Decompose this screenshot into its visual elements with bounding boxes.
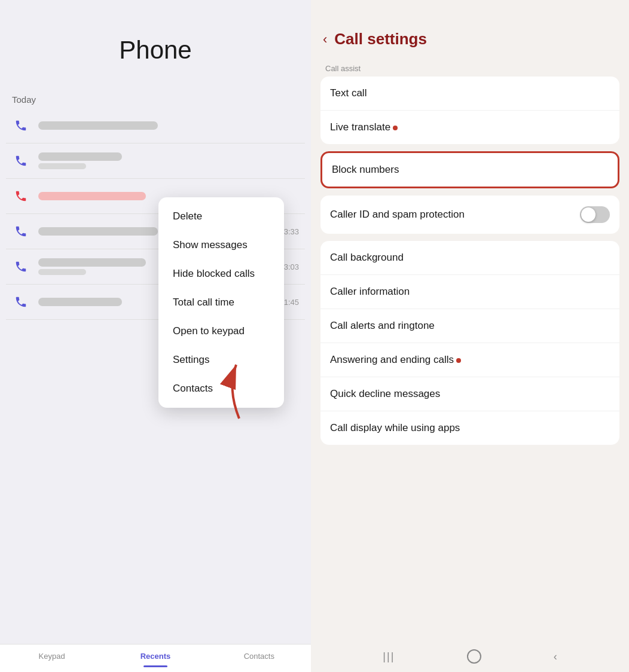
caller-name-blur [38, 121, 158, 130]
keypad-label: Keypad [39, 652, 65, 661]
incoming-call-icon4 [12, 293, 30, 311]
caller-name-blur [38, 152, 122, 161]
context-menu: Delete Show messages Hide blocked calls … [158, 197, 284, 408]
context-open-keypad[interactable]: Open to keypad [158, 317, 284, 346]
caller-sub-blur [38, 163, 86, 169]
caller-id-card: Caller ID and spam protection [320, 196, 619, 234]
page-title: Call settings [334, 30, 427, 48]
bottom-nav: Keypad Recents Contacts [0, 644, 311, 672]
live-translate-label: Live translate [330, 121, 610, 133]
call-item[interactable] [6, 108, 305, 143]
context-delete[interactable]: Delete [158, 202, 284, 231]
caller-id-item[interactable]: Caller ID and spam protection [320, 196, 619, 234]
quick-decline-label: Quick decline messages [330, 388, 610, 400]
caller-sub-blur [38, 269, 86, 275]
recents-label: Recents [141, 652, 171, 661]
nav-keypad[interactable]: Keypad [0, 652, 103, 667]
call-display-label: Call display while using apps [330, 422, 610, 434]
nav-back-icon[interactable]: ‹ [554, 650, 557, 663]
right-panel: ‹ Call settings Call assist Text call Li… [311, 0, 629, 672]
caller-name-blur [38, 258, 146, 267]
quick-decline-item[interactable]: Quick decline messages [320, 377, 619, 411]
caller-name-blur [38, 227, 158, 236]
caller-name-blur [38, 298, 122, 306]
call-info [38, 152, 299, 169]
settings-scroll: Call assist Text call Live translate Blo… [311, 58, 629, 641]
today-label: Today [0, 88, 311, 108]
system-nav: ||| ‹ [311, 641, 629, 672]
nav-lines-icon[interactable]: ||| [383, 650, 395, 663]
incoming-call-icon2 [12, 222, 30, 240]
call-info [38, 121, 299, 130]
context-show-messages[interactable]: Show messages [158, 231, 284, 259]
text-call-label: Text call [330, 87, 610, 99]
missed-call-icon [12, 187, 30, 205]
left-panel: Phone Today [0, 0, 311, 672]
answering-badge [456, 358, 461, 363]
context-total-call-time[interactable]: Total call time [158, 288, 284, 317]
block-numbers-item[interactable]: Block numbers [322, 153, 618, 187]
text-call-item[interactable]: Text call [320, 77, 619, 111]
nav-recents[interactable]: Recents [103, 652, 207, 667]
answering-ending-item[interactable]: Answering and ending calls [320, 343, 619, 377]
call-background-item[interactable]: Call background [320, 241, 619, 275]
context-hide-blocked[interactable]: Hide blocked calls [158, 259, 284, 288]
context-settings[interactable]: Settings [158, 346, 284, 374]
call-assist-card: Text call Live translate [320, 77, 619, 144]
block-numbers-card[interactable]: Block numbers [320, 151, 619, 188]
caller-id-label: Caller ID and spam protection [330, 209, 580, 221]
section-label-call-assist: Call assist [320, 58, 619, 77]
phone-title: Phone [0, 0, 311, 88]
caller-information-item[interactable]: Caller information [320, 275, 619, 309]
contacts-label: Contacts [244, 652, 274, 661]
outgoing-call-icon [12, 117, 30, 135]
block-numbers-label: Block numbers [332, 164, 608, 176]
right-header: ‹ Call settings [311, 0, 629, 58]
caller-name-blur [38, 192, 146, 200]
caller-information-label: Caller information [330, 286, 610, 298]
nav-contacts[interactable]: Contacts [207, 652, 311, 667]
live-translate-item[interactable]: Live translate [320, 111, 619, 144]
caller-id-toggle[interactable] [580, 206, 610, 223]
live-translate-badge [393, 126, 398, 130]
incoming-call-icon [12, 152, 30, 170]
call-alerts-label: Call alerts and ringtone [330, 320, 610, 332]
call-alerts-item[interactable]: Call alerts and ringtone [320, 309, 619, 343]
call-background-label: Call background [330, 252, 610, 264]
back-button[interactable]: ‹ [323, 32, 327, 47]
other-settings-card: Call background Caller information Call … [320, 241, 619, 445]
context-contacts[interactable]: Contacts [158, 374, 284, 403]
call-item[interactable] [6, 143, 305, 179]
incoming-call-icon3 [12, 258, 30, 276]
call-display-item[interactable]: Call display while using apps [320, 411, 619, 445]
nav-home-icon[interactable] [467, 649, 481, 664]
answering-ending-label: Answering and ending calls [330, 354, 610, 366]
